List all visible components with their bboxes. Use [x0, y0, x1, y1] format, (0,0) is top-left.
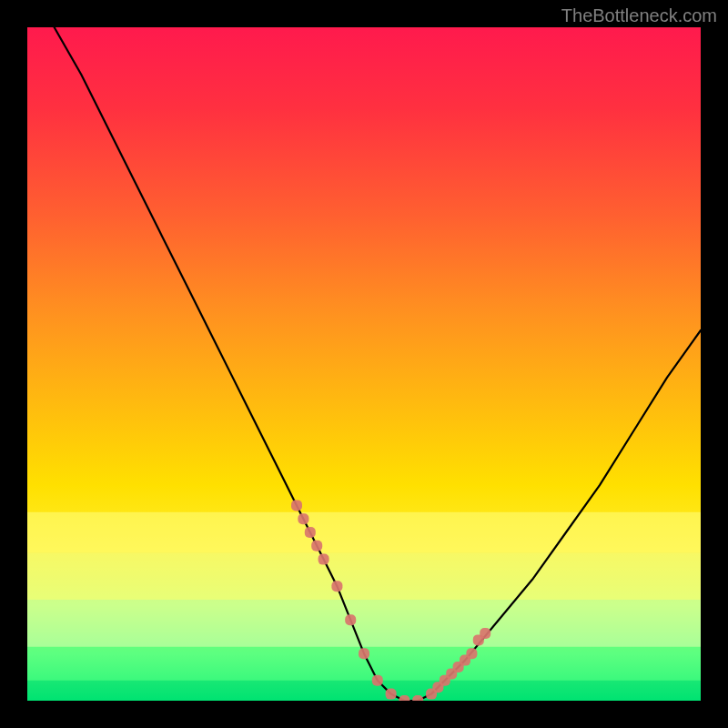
svg-rect-15: [386, 689, 397, 700]
svg-rect-24: [466, 648, 477, 659]
svg-rect-11: [331, 581, 342, 592]
svg-rect-10: [318, 554, 329, 565]
svg-rect-9: [311, 541, 322, 551]
svg-rect-3: [27, 600, 701, 647]
svg-rect-14: [372, 675, 383, 686]
watermark-text: TheBottleneck.com: [561, 5, 717, 26]
svg-rect-6: [291, 500, 302, 511]
svg-rect-5: [27, 681, 701, 701]
chart-svg: [27, 27, 701, 701]
svg-rect-1: [27, 512, 701, 552]
svg-rect-26: [480, 628, 490, 639]
svg-rect-8: [305, 527, 316, 538]
plot-area: [27, 27, 701, 701]
svg-rect-7: [298, 513, 308, 524]
svg-rect-12: [345, 614, 356, 625]
svg-rect-13: [359, 648, 369, 659]
chart-container: TheBottleneck.com: [0, 0, 728, 728]
svg-rect-2: [27, 552, 701, 600]
